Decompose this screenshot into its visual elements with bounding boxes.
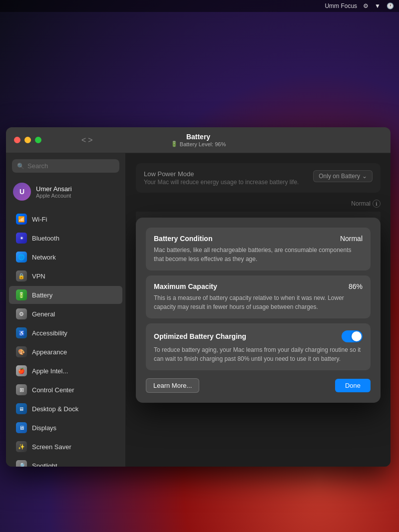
menubar-wifi-icon: ▼	[375, 2, 381, 9]
control-center-icon: ⊞	[16, 384, 27, 395]
sidebar-item-apple-intel[interactable]: 🍎 Apple Intel...	[9, 362, 122, 380]
sidebar-label-accessibility: Accessibility	[32, 329, 67, 337]
user-subtitle: Apple Account	[36, 193, 72, 199]
maximize-button[interactable]	[35, 137, 41, 143]
sidebar-label-appearance: Appearance	[32, 348, 67, 356]
menubar-focus: Umm Focus	[325, 2, 357, 9]
close-button[interactable]	[14, 137, 20, 143]
sidebar-item-network[interactable]: 🌐 Network	[9, 248, 122, 266]
sidebar-label-control-center: Control Center	[32, 386, 74, 394]
maximum-capacity-title: Maximum Capacity	[154, 282, 217, 290]
menubar-gear-icon[interactable]: ⚙	[363, 2, 369, 9]
sidebar-label-screen-saver: Screen Saver	[32, 443, 71, 451]
menubar: Umm Focus ⚙ ▼ 🕐	[0, 0, 399, 12]
window-title: Battery	[186, 133, 210, 141]
battery-icon: 🔋	[16, 289, 27, 300]
sidebar-item-accessibility[interactable]: ♿ Accessibility	[9, 324, 122, 342]
sidebar-label-wifi: Wi-Fi	[32, 216, 47, 223]
nav-arrows: < >	[81, 136, 93, 145]
traffic-lights	[14, 137, 41, 143]
software-update-label: Software Upda...	[6, 207, 125, 210]
sidebar-label-apple-intel: Apple Intel...	[32, 367, 68, 375]
sidebar-item-desktop-dock[interactable]: 🖥 Desktop & Dock	[9, 400, 122, 418]
sidebar-item-screen-saver[interactable]: ✨ Screen Saver	[9, 438, 122, 456]
maximum-capacity-value: 86%	[349, 282, 363, 290]
sidebar-item-general[interactable]: ⚙ General	[9, 305, 122, 323]
sidebar: 🔍 U Umer Ansari Apple Account Software U…	[6, 153, 126, 467]
desktop-dock-icon: 🖥	[16, 403, 27, 414]
titlebar-center: Battery 🔋 Battery Level: 96%	[171, 133, 226, 147]
sidebar-item-bluetooth[interactable]: ✴ Bluetooth	[9, 229, 122, 247]
general-icon: ⚙	[16, 308, 27, 319]
main-content: Low Power Mode Your Mac will reduce ener…	[126, 153, 391, 467]
optimized-charging-header: Optimized Battery Charging	[154, 330, 363, 342]
window-body: 🔍 U Umer Ansari Apple Account Software U…	[6, 153, 391, 467]
sidebar-label-battery: Battery	[32, 291, 52, 299]
maximum-capacity-header: Maximum Capacity 86%	[154, 282, 363, 290]
displays-icon: 🖥	[16, 422, 27, 433]
sidebar-item-appearance[interactable]: 🎨 Appearance	[9, 343, 122, 361]
sidebar-item-spotlight[interactable]: 🔎 Spotlight	[9, 457, 122, 467]
search-icon: 🔍	[17, 163, 24, 170]
accessibility-icon: ♿	[16, 327, 27, 338]
bluetooth-icon: ✴	[16, 233, 27, 244]
sidebar-label-general: General	[32, 310, 55, 318]
vpn-icon: 🔒	[16, 270, 27, 281]
optimized-charging-toggle[interactable]	[342, 330, 363, 342]
sidebar-item-displays[interactable]: 🖥 Displays	[9, 419, 122, 437]
system-preferences-window: < > Battery 🔋 Battery Level: 96% 🔍 U Ume…	[6, 127, 391, 467]
optimized-charging-desc: To reduce battery aging, your Mac learns…	[154, 345, 363, 363]
maximum-capacity-desc: This is a measure of battery capacity re…	[154, 293, 363, 311]
sidebar-label-vpn: VPN	[32, 272, 45, 280]
maximum-capacity-section: Maximum Capacity 86% This is a measure o…	[146, 275, 371, 318]
battery-level: 🔋 Battery Level: 96%	[171, 141, 226, 147]
user-name: Umer Ansari	[36, 185, 72, 193]
modal-footer: Learn More... Done	[146, 378, 371, 393]
network-icon: 🌐	[16, 252, 27, 263]
battery-icon-small: 🔋	[171, 141, 178, 147]
sidebar-label-bluetooth: Bluetooth	[32, 235, 59, 242]
sidebar-label-displays: Displays	[32, 424, 56, 432]
titlebar: < > Battery 🔋 Battery Level: 96%	[6, 127, 391, 153]
appearance-icon: 🎨	[16, 346, 27, 357]
battery-condition-desc: Mac batteries, like all rechargeable bat…	[154, 246, 363, 264]
user-info: Umer Ansari Apple Account	[36, 185, 72, 199]
search-input[interactable]	[27, 162, 114, 170]
screen-saver-icon: ✨	[16, 441, 27, 452]
search-bar[interactable]: 🔍	[12, 159, 119, 173]
optimized-charging-title: Optimized Battery Charging	[154, 332, 246, 340]
battery-condition-section: Battery Condition Normal Mac batteries, …	[146, 228, 371, 270]
battery-condition-title: Battery Condition	[154, 235, 212, 243]
optimized-charging-section: Optimized Battery Charging To reduce bat…	[146, 323, 371, 370]
menubar-clock: 🕐	[387, 2, 394, 9]
sidebar-item-vpn[interactable]: 🔒 VPN	[9, 267, 122, 285]
battery-condition-value: Normal	[340, 235, 363, 243]
done-button[interactable]: Done	[335, 379, 371, 392]
battery-condition-header: Battery Condition Normal	[154, 235, 363, 243]
sidebar-label-network: Network	[32, 254, 56, 261]
minimize-button[interactable]	[24, 137, 31, 143]
user-profile[interactable]: U Umer Ansari Apple Account	[6, 179, 125, 205]
modal-overlay: Battery Condition Normal Mac batteries, …	[126, 153, 391, 467]
sidebar-item-wifi[interactable]: 📶 Wi-Fi	[9, 210, 122, 228]
wifi-icon: 📶	[16, 214, 27, 225]
forward-arrow[interactable]: >	[88, 136, 92, 145]
toggle-knob	[352, 331, 362, 341]
sidebar-item-control-center[interactable]: ⊞ Control Center	[9, 381, 122, 399]
sidebar-label-desktop-dock: Desktop & Dock	[32, 405, 78, 413]
learn-more-button[interactable]: Learn More...	[146, 378, 199, 393]
back-arrow[interactable]: <	[81, 136, 86, 145]
apple-intel-icon: 🍎	[16, 365, 27, 376]
sidebar-item-battery[interactable]: 🔋 Battery	[9, 286, 122, 304]
spotlight-icon: 🔎	[16, 460, 27, 467]
sidebar-label-spotlight: Spotlight	[32, 462, 57, 467]
battery-condition-modal: Battery Condition Normal Mac batteries, …	[136, 218, 381, 403]
avatar: U	[13, 183, 31, 201]
